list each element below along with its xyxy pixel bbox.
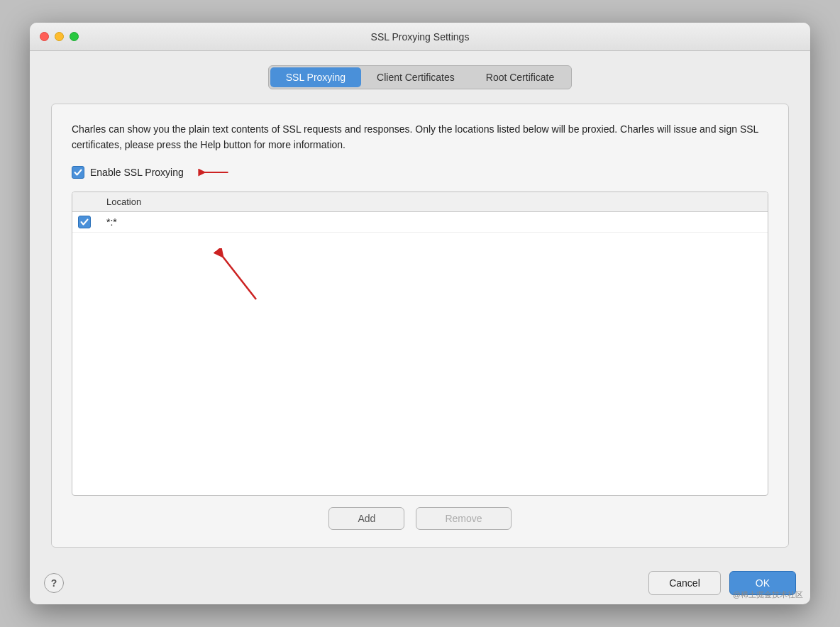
description-text: Charles can show you the plain text cont… — [72, 121, 768, 153]
enable-ssl-checkbox[interactable] — [72, 166, 84, 179]
cancel-button[interactable]: Cancel — [648, 571, 721, 595]
row-checkmark-icon — [80, 218, 89, 226]
enable-ssl-label: Enable SSL Proxying — [90, 167, 184, 178]
titlebar-buttons — [40, 32, 79, 41]
enable-ssl-checkbox-wrapper[interactable]: Enable SSL Proxying — [72, 166, 184, 179]
row-checkbox-col — [78, 216, 106, 228]
remove-button[interactable]: Remove — [416, 507, 511, 530]
maximize-button[interactable] — [70, 32, 79, 41]
checkmark-icon — [74, 168, 82, 177]
table-row[interactable]: *:* — [72, 212, 768, 233]
red-arrow-icon — [198, 166, 229, 179]
tab-ssl-proxying[interactable]: SSL Proxying — [270, 67, 361, 87]
titlebar: SSL Proxying Settings — [30, 23, 810, 51]
main-content: SSL Proxying Client Certificates Root Ce… — [30, 51, 810, 562]
location-table: Location — [72, 192, 768, 496]
settings-panel: Charles can show you the plain text cont… — [51, 104, 789, 548]
tabs-container: SSL Proxying Client Certificates Root Ce… — [51, 65, 789, 89]
tab-root-certificate[interactable]: Root Certificate — [470, 67, 570, 87]
table-location-header: Location — [106, 196, 141, 207]
help-button[interactable]: ? — [44, 573, 64, 593]
enable-ssl-row: Enable SSL Proxying — [72, 166, 768, 179]
footer: ? Cancel OK @稀土掘金技术社区 — [30, 562, 810, 604]
table-header: Location — [72, 192, 768, 212]
tab-group: SSL Proxying Client Certificates Root Ce… — [268, 65, 573, 89]
table-checkbox-col-header — [78, 196, 106, 207]
window: SSL Proxying Settings SSL Proxying Clien… — [30, 23, 810, 604]
arrow-annotation-right — [198, 166, 229, 179]
minimize-button[interactable] — [55, 32, 64, 41]
row-checkbox[interactable] — [78, 216, 91, 228]
window-title: SSL Proxying Settings — [371, 31, 470, 43]
table-body: *:* — [72, 212, 768, 495]
add-button[interactable]: Add — [328, 507, 404, 530]
tab-client-certificates[interactable]: Client Certificates — [361, 67, 470, 87]
add-remove-button-row: Add Remove — [72, 507, 768, 530]
watermark: @稀土掘金技术社区 — [733, 589, 803, 600]
close-button[interactable] — [40, 32, 49, 41]
row-location-value: *:* — [106, 216, 117, 228]
table-area: Location — [72, 192, 768, 496]
